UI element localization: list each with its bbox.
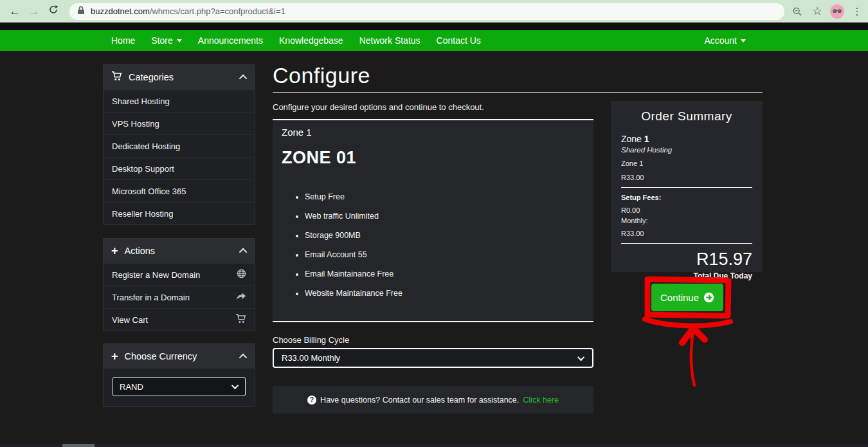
- help-link[interactable]: Click here: [523, 396, 559, 405]
- billing-cycle-label: Choose Billing Cycle: [273, 335, 349, 345]
- nav-item-home[interactable]: Home: [111, 35, 135, 46]
- chevron-down-icon: [231, 382, 239, 389]
- chevron-up-icon: [239, 74, 248, 82]
- help-text: Have questions? Contact our sales team f…: [320, 396, 519, 405]
- feature-item: Email Account 55: [305, 245, 584, 264]
- zoom-icon[interactable]: [790, 5, 804, 19]
- summary-product-line: Zone 1: [621, 134, 752, 144]
- caret-down-icon: [177, 39, 182, 42]
- sidebar-item-vps-hosting[interactable]: VPS Hosting: [104, 112, 255, 134]
- sidebar-item-shared-hosting[interactable]: Shared Hosting: [104, 89, 255, 112]
- actions-title: Actions: [125, 246, 156, 256]
- help-panel: ? Have questions? Contact our sales team…: [273, 386, 593, 414]
- chevron-up-icon: [239, 248, 248, 256]
- cart-icon: [235, 314, 246, 325]
- page-title: Configure: [273, 63, 370, 88]
- globe-icon: [237, 269, 246, 280]
- feature-item: Website Maintainance Free: [305, 284, 584, 303]
- nav-item-knowledgebase[interactable]: Knowledgebase: [279, 35, 343, 46]
- screen: ← → buzzdotnet.com/whmcs/cart.php?a=conf…: [0, 0, 868, 447]
- actions-header[interactable]: + Actions: [104, 239, 255, 263]
- sidebar-item-register-domain[interactable]: Register a New Domain: [104, 263, 255, 286]
- browser-menu-icon[interactable]: ⋮: [850, 5, 864, 19]
- continue-button[interactable]: Continue: [651, 284, 723, 311]
- profile-avatar[interactable]: [830, 5, 844, 19]
- nav-item-contact-us[interactable]: Contact Us: [437, 35, 481, 46]
- summary-category: Shared Hosting: [621, 146, 752, 154]
- cart-icon: [111, 71, 122, 83]
- sidebar-item-reseller-hosting[interactable]: Reseller Hosting: [104, 202, 255, 224]
- padlock-icon: [77, 6, 85, 17]
- url-bar[interactable]: buzzdotnet.com/whmcs/cart.php?a=confprod…: [69, 3, 784, 20]
- currency-title: Choose Currency: [125, 351, 197, 361]
- caret-down-icon: [741, 39, 746, 42]
- chevron-down-icon: [577, 353, 584, 360]
- summary-item-price: R33.00: [621, 174, 752, 181]
- order-summary-panel: Order Summary Zone 1 Shared Hosting Zone…: [611, 101, 763, 272]
- currency-header[interactable]: + Choose Currency: [104, 344, 255, 369]
- nav-item-network-status[interactable]: Network Status: [359, 35, 420, 46]
- product-name: ZONE 01: [282, 148, 584, 168]
- summary-cycle-value: R33.00: [621, 230, 752, 237]
- nav-item-store[interactable]: Store: [151, 35, 181, 46]
- summary-setup-value: R0.00: [621, 206, 752, 214]
- feature-item: Email Maintainance Free: [305, 264, 584, 284]
- horizontal-scrollbar-track[interactable]: [0, 444, 868, 447]
- order-summary-title: Order Summary: [621, 109, 752, 123]
- billing-cycle-select[interactable]: R33.00 Monthly: [273, 348, 593, 368]
- horizontal-scrollbar-thumb[interactable]: [62, 444, 95, 447]
- summary-divider: [621, 187, 752, 188]
- currency-panel: + Choose Currency RAND: [103, 343, 255, 407]
- sidebar-item-desktop-support[interactable]: Desktop Support: [104, 157, 255, 179]
- question-circle-icon: ?: [307, 396, 316, 405]
- categories-panel: Categories Shared Hosting VPS Hosting De…: [103, 64, 255, 225]
- summary-item: Zone 1: [621, 160, 752, 167]
- bookmark-star-icon[interactable]: ☆: [810, 5, 824, 19]
- actions-panel: + Actions Register a New Domain Transfer…: [103, 238, 255, 331]
- site-navbar: Home Store Announcements Knowledgebase N…: [0, 30, 868, 51]
- plus-icon: +: [111, 351, 118, 362]
- title-divider: [273, 92, 763, 93]
- back-icon[interactable]: ←: [5, 5, 24, 18]
- forward-icon: →: [24, 5, 44, 18]
- summary-total: R15.97: [621, 250, 752, 269]
- feature-item: Web traffic Unlimited: [305, 206, 584, 226]
- sidebar-item-dedicated-hosting[interactable]: Dedicated Hosting: [104, 134, 255, 157]
- summary-setup-label: Setup Fees:: [621, 194, 752, 201]
- chevron-up-icon: [239, 353, 248, 361]
- summary-cycle-label: Monthly:: [621, 217, 752, 224]
- share-arrow-icon: [236, 292, 246, 303]
- browser-toolbar: ← → buzzdotnet.com/whmcs/cart.php?a=conf…: [0, 0, 868, 23]
- plus-icon: +: [111, 245, 118, 257]
- reload-icon[interactable]: [44, 5, 63, 18]
- sidebar-item-microsoft-office-365[interactable]: Microsoft Office 365: [104, 179, 255, 202]
- nav-item-announcements[interactable]: Announcements: [198, 35, 263, 46]
- page-subtitle: Configure your desired options and conti…: [273, 102, 484, 112]
- product-group-name: Zone 1: [282, 127, 584, 138]
- product-feature-list: Setup Free Web traffic Unlimited Storage…: [282, 187, 584, 303]
- categories-title: Categories: [129, 72, 174, 82]
- url-text: buzzdotnet.com/whmcs/cart.php?a=confprod…: [91, 6, 285, 16]
- nav-item-account[interactable]: Account: [704, 35, 746, 46]
- currency-select[interactable]: RAND: [113, 377, 246, 396]
- feature-item: Setup Free: [305, 187, 584, 206]
- sidebar-item-transfer-domain[interactable]: Transfer in a Domain: [104, 286, 255, 308]
- categories-header[interactable]: Categories: [104, 65, 255, 89]
- arrow-circle-right-icon: [703, 292, 714, 303]
- summary-total-label: Total Due Today: [621, 271, 752, 280]
- top-dark-strip: [0, 23, 868, 30]
- sidebar-item-view-cart[interactable]: View Cart: [104, 308, 255, 331]
- feature-item: Storage 900MB: [305, 226, 584, 245]
- product-config-panel: Zone 1 ZONE 01 Setup Free Web traffic Un…: [273, 119, 593, 322]
- summary-divider: [621, 243, 752, 244]
